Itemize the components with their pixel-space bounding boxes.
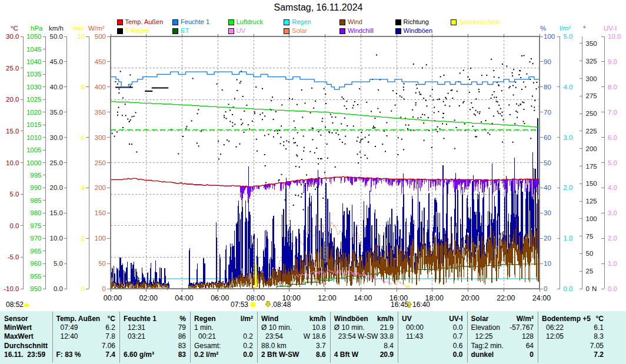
svg-text:16:40: 16:40 [412,300,430,309]
svg-text:0: 0 [102,285,106,292]
svg-text:350: 350 [95,109,106,116]
svg-text:8: 8 [81,84,85,91]
svg-text:45.0: 45.0 [50,58,63,65]
svg-text:4.0: 4.0 [608,184,617,191]
svg-text:3.0: 3.0 [564,134,573,141]
svg-text:1030: 1030 [26,84,42,91]
svg-text:50: 50 [98,260,106,267]
svg-text:W/m²: W/m² [88,25,105,32]
svg-text:1.0: 1.0 [564,235,573,242]
svg-text:250: 250 [586,110,597,117]
svg-text:0.0: 0.0 [54,285,63,292]
svg-text:35.0: 35.0 [50,109,63,116]
svg-text:500: 500 [95,33,106,40]
svg-text:50: 50 [544,159,551,166]
svg-text:150: 150 [586,180,597,187]
svg-text:UV-I: UV-I [604,25,617,32]
svg-text:80: 80 [544,84,551,91]
svg-text:100: 100 [95,235,106,242]
svg-text:990: 990 [30,184,41,191]
svg-text:40: 40 [544,184,551,191]
svg-text:4.0: 4.0 [564,84,573,91]
svg-text:08:52: 08:52 [6,300,24,309]
svg-text:0.0: 0.0 [10,222,19,229]
svg-text:30: 30 [544,209,551,216]
svg-text:1040: 1040 [26,58,42,65]
svg-text:km/h: km/h [49,25,64,32]
svg-text:5.0: 5.0 [10,191,19,198]
svg-text:400: 400 [95,84,106,91]
svg-text:25.0: 25.0 [50,159,63,166]
svg-text:10.0: 10.0 [608,33,621,40]
svg-text:200: 200 [586,145,597,152]
svg-text:450: 450 [95,58,106,65]
svg-text:20:00: 20:00 [461,294,479,302]
svg-text:24:00: 24:00 [532,294,551,302]
svg-text:2.0: 2.0 [564,184,573,191]
svg-text:10: 10 [77,33,85,40]
svg-text:22:00: 22:00 [497,294,515,302]
svg-text:-5.0: -5.0 [8,253,19,261]
svg-text:100: 100 [544,33,555,40]
svg-text:2: 2 [81,235,85,242]
svg-text:02:00: 02:00 [139,294,158,302]
svg-text:1035: 1035 [26,71,42,78]
svg-text:5.0: 5.0 [564,33,573,40]
svg-text:6.0: 6.0 [608,134,617,141]
svg-text:15.0: 15.0 [50,209,63,216]
svg-text:5.0: 5.0 [608,159,617,166]
svg-text:60: 60 [544,134,551,141]
svg-text:5.0: 5.0 [54,260,63,267]
svg-text:8.0: 8.0 [608,84,617,91]
svg-text:15.0: 15.0 [6,128,19,135]
svg-text:980: 980 [30,209,41,216]
svg-text:.08:48: .08:48 [271,300,291,309]
svg-text:995: 995 [30,172,41,179]
svg-text:20.0: 20.0 [50,184,63,191]
svg-text:225: 225 [586,128,597,135]
svg-text:970: 970 [30,235,41,242]
svg-text:1010: 1010 [26,134,42,141]
svg-text:1015: 1015 [26,121,42,128]
svg-text:40.0: 40.0 [50,84,63,91]
svg-text:275: 275 [586,92,597,99]
svg-text:300: 300 [586,75,597,82]
svg-text:25.0: 25.0 [6,65,19,72]
svg-text:0: 0 [544,285,547,292]
svg-text:10: 10 [544,260,551,267]
svg-text:1050: 1050 [26,33,42,40]
svg-text:2.0: 2.0 [608,235,617,242]
svg-text:min: min [73,25,84,32]
svg-text:965: 965 [30,248,41,255]
svg-text:-10.0: -10.0 [4,285,19,292]
svg-text:200: 200 [95,184,106,191]
svg-text:25: 25 [586,268,594,275]
svg-text:00:00: 00:00 [104,294,122,302]
svg-text:250: 250 [95,159,106,166]
svg-text:7.0: 7.0 [608,109,617,116]
svg-text:50: 50 [586,250,594,257]
svg-text:08:00: 08:00 [247,294,265,302]
svg-text:10.0: 10.0 [6,159,19,166]
svg-text:°C: °C [11,25,18,32]
svg-text:6: 6 [81,134,85,141]
svg-text:70: 70 [544,109,551,116]
svg-text:1000: 1000 [26,159,42,166]
svg-text:175: 175 [586,163,597,170]
svg-text:75: 75 [586,233,594,240]
svg-text:hPa: hPa [31,25,43,32]
svg-text:10.0: 10.0 [50,235,63,242]
svg-text:l/m²: l/m² [560,25,571,32]
svg-text:350: 350 [586,40,597,47]
svg-text:07:53: 07:53 [231,300,248,309]
svg-text:%: % [540,25,546,32]
svg-text:4: 4 [81,184,85,191]
svg-text:960: 960 [30,260,41,267]
svg-text:1.0: 1.0 [608,260,617,267]
svg-text:90: 90 [544,58,551,65]
svg-text:1045: 1045 [26,46,42,53]
svg-text:955: 955 [30,273,41,280]
svg-text:16:45: 16:45 [391,300,408,309]
svg-text:12:00: 12:00 [318,294,336,302]
svg-text:9.0: 9.0 [608,58,617,65]
